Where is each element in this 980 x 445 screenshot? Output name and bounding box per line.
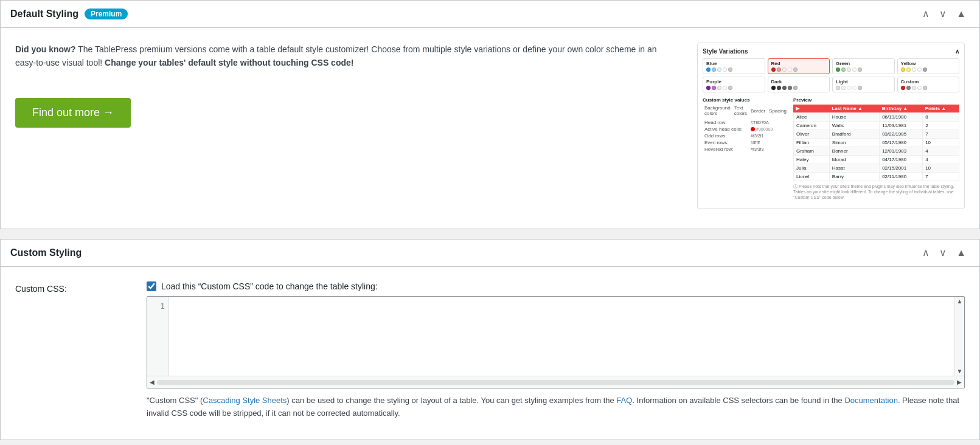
table-row: Backgroundcolors Textcolors Border Spaci… [703, 105, 788, 117]
scroll-down-icon[interactable]: ▼ [956, 367, 964, 376]
line-numbers: 1 [147, 297, 169, 376]
cascading-style-sheets-link[interactable]: Cascading Style Sheets [203, 396, 287, 405]
variation-green[interactable]: Green [832, 58, 895, 74]
variation-light[interactable]: Light [832, 77, 895, 92]
help-middle1: ) can be used to change the styling or l… [287, 396, 616, 405]
table-row: AliceHouse06/13/19808 [793, 113, 959, 122]
even-rows-row: Even rows: #ffffff [703, 139, 788, 146]
custom-style-label: Custom style values [703, 97, 788, 103]
active-head-row: Active head cells: #000000 [703, 126, 788, 133]
odd-rows-row: Odd rows: #f3f2f1 [703, 133, 788, 139]
custom-styling-header: Custom Styling ∧ ∨ ▲ [1, 240, 979, 267]
mini-table-container: Preview ▶ Last Name ▲ Birthday ▲ Points … [793, 97, 959, 200]
checkbox-label: Load this “Custom CSS” code to change th… [161, 281, 378, 291]
custom-collapse-down-button[interactable]: ∨ [936, 247, 950, 259]
preview-note: ⓘ Please note that your site's theme and… [793, 184, 959, 200]
head-row: Head row: #T8D70A [703, 119, 788, 126]
collapse-up-button[interactable]: ∧ [919, 8, 933, 20]
code-editor-inner: 1 ▲ ▼ [147, 297, 964, 376]
collapse-down-button[interactable]: ∨ [936, 8, 950, 20]
custom-title-group: Custom Styling [10, 247, 82, 258]
variation-yellow[interactable]: Yellow [897, 58, 960, 74]
minimize-button[interactable]: ▲ [953, 8, 970, 20]
custom-styling-title: Custom Styling [10, 247, 82, 258]
find-out-more-button[interactable]: Find out more → [15, 98, 131, 128]
cta-bold: Change your tables' default style withou… [105, 58, 353, 67]
table-row: HaleyMorad04/17/19804 [793, 156, 959, 164]
preview-title: Style Variations ∧ [703, 48, 959, 55]
code-editor-wrapper: 1 ▲ ▼ ◀ ▶ [147, 296, 965, 388]
table-row: FillianSimon05/17/198610 [793, 139, 959, 147]
default-styling-body: Did you know? The TablePress premium ver… [1, 28, 979, 229]
faq-link[interactable]: FAQ [616, 396, 632, 405]
variation-purple[interactable]: Purple [703, 77, 765, 92]
custom-css-checkbox[interactable] [147, 281, 156, 291]
custom-styling-section: Custom Styling ∧ ∨ ▲ Custom CSS: Load th… [0, 239, 980, 440]
premium-badge: Premium [85, 9, 128, 19]
csv-left-panel: Custom style values Backgroundcolors Tex… [703, 97, 788, 200]
section-controls: ∧ ∨ ▲ [919, 8, 970, 20]
variation-dark[interactable]: Dark [768, 77, 830, 92]
default-styling-header: Default Styling Premium ∧ ∨ ▲ [1, 1, 979, 28]
checkbox-row: Load this “Custom CSS” code to change th… [147, 281, 965, 291]
default-styling-title: Default Styling [10, 9, 78, 19]
css-textarea[interactable] [169, 297, 964, 376]
style-values-table: Backgroundcolors Textcolors Border Spaci… [703, 105, 788, 153]
hscroll-track [157, 380, 954, 385]
table-row: CameronWalls11/03/19812 [793, 122, 959, 130]
table-row: OliverBradford03/22/19857 [793, 130, 959, 139]
table-row: JuliaHasat02/15/200110 [793, 164, 959, 173]
mini-preview-table: ▶ Last Name ▲ Birthday ▲ Points ▲ AliceH… [793, 105, 959, 181]
custom-section-controls: ∧ ∨ ▲ [919, 247, 970, 259]
style-variations-grid: Blue Red [703, 58, 959, 92]
help-middle2: . Information on available CSS selectors… [632, 396, 844, 405]
custom-css-row: Custom CSS: Load this “Custom CSS” code … [15, 281, 965, 420]
custom-style-values-area: Custom style values Backgroundcolors Tex… [703, 97, 959, 200]
custom-css-content: Load this “Custom CSS” code to change th… [147, 281, 965, 420]
documentation-link[interactable]: Documentation [844, 396, 897, 405]
custom-styling-body: Custom CSS: Load this “Custom CSS” code … [1, 267, 979, 440]
title-group: Default Styling Premium [10, 9, 128, 19]
intro-bold: Did you know? [15, 44, 76, 54]
custom-css-label: Custom CSS: [15, 281, 137, 294]
default-styling-layout: Did you know? The TablePress premium ver… [15, 43, 965, 209]
default-styling-section: Default Styling Premium ∧ ∨ ▲ Did you kn… [0, 0, 980, 229]
scroll-left-icon[interactable]: ◀ [150, 379, 155, 385]
help-text: "Custom CSS" (Cascading Style Sheets) ca… [147, 395, 965, 420]
scroll-right-icon[interactable]: ▶ [957, 379, 962, 385]
custom-collapse-up-button[interactable]: ∧ [919, 247, 933, 259]
preview-label: Preview [793, 97, 959, 103]
custom-minimize-button[interactable]: ▲ [953, 247, 970, 259]
variation-red[interactable]: Red [768, 58, 830, 74]
table-row: LionelBarry02/11/19807 [793, 173, 959, 181]
vertical-scrollbar[interactable]: ▲ ▼ [954, 297, 964, 376]
table-row: GrahamBonner12/01/19834 [793, 147, 959, 156]
hovered-row: Hovered row: #f3f3f3 [703, 146, 788, 153]
preview-panel: Style Variations ∧ Blue [697, 43, 965, 209]
default-styling-description: Did you know? The TablePress premium ver… [15, 43, 678, 128]
help-prefix: "Custom CSS" ( [147, 396, 203, 405]
variation-blue[interactable]: Blue [703, 58, 765, 74]
horizontal-scrollbar[interactable]: ◀ ▶ [147, 376, 964, 388]
variation-custom[interactable]: Custom [897, 77, 960, 92]
scroll-up-icon[interactable]: ▲ [956, 297, 964, 306]
